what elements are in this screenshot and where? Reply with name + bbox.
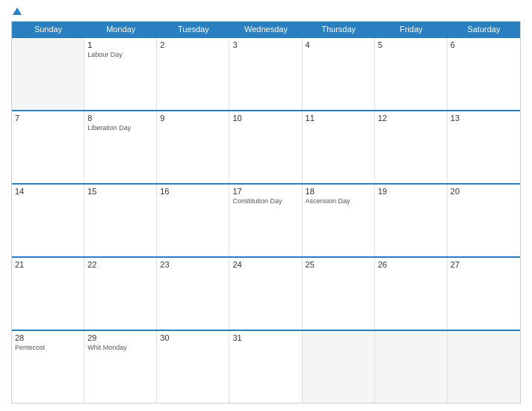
day-cell bbox=[12, 38, 84, 110]
day-number: 19 bbox=[378, 187, 444, 196]
day-header: Thursday bbox=[303, 22, 375, 37]
day-cell: 27 bbox=[448, 258, 520, 330]
week-row: 28Pentecost29Whit Monday3031 bbox=[12, 330, 520, 403]
day-number: 22 bbox=[87, 260, 153, 269]
day-number: 30 bbox=[160, 333, 226, 342]
day-number: 20 bbox=[451, 187, 517, 196]
logo-blue-row bbox=[11, 7, 22, 16]
day-number: 8 bbox=[87, 114, 153, 123]
day-cell: 30 bbox=[157, 331, 229, 403]
day-cell: 11 bbox=[303, 111, 375, 183]
day-header: Monday bbox=[84, 22, 157, 37]
day-event: Liberation Day bbox=[87, 124, 153, 133]
day-cell: 6 bbox=[448, 38, 520, 110]
header bbox=[11, 7, 521, 16]
day-event: Whit Monday bbox=[87, 344, 153, 353]
day-cell: 19 bbox=[375, 185, 448, 256]
day-header: Wednesday bbox=[229, 22, 302, 37]
day-cell: 16 bbox=[157, 185, 229, 256]
week-row: 78Liberation Day910111213 bbox=[12, 110, 520, 183]
day-number: 28 bbox=[15, 333, 81, 342]
day-cell: 2 bbox=[157, 38, 229, 110]
day-number: 15 bbox=[87, 187, 153, 196]
day-header: Friday bbox=[375, 22, 448, 37]
day-cell bbox=[375, 331, 448, 403]
day-cell: 28Pentecost bbox=[12, 331, 84, 403]
day-cell: 10 bbox=[229, 111, 302, 183]
calendar: SundayMondayTuesdayWednesdayThursdayFrid… bbox=[11, 21, 521, 404]
day-number: 25 bbox=[306, 260, 371, 269]
day-cell: 29Whit Monday bbox=[84, 331, 157, 403]
day-number: 7 bbox=[15, 114, 81, 123]
day-number: 14 bbox=[15, 187, 81, 196]
day-cell bbox=[303, 331, 375, 403]
day-cell: 21 bbox=[12, 258, 84, 330]
day-cell: 9 bbox=[157, 111, 229, 183]
day-number: 10 bbox=[232, 114, 298, 123]
day-header: Tuesday bbox=[157, 22, 229, 37]
day-number: 16 bbox=[160, 187, 226, 196]
day-cell: 17Constitution Day bbox=[229, 185, 302, 256]
day-number: 11 bbox=[306, 114, 371, 123]
logo-triangle-icon bbox=[13, 7, 22, 15]
day-cell: 7 bbox=[12, 111, 84, 183]
day-cell: 8Liberation Day bbox=[84, 111, 157, 183]
day-number: 12 bbox=[378, 114, 444, 123]
day-number: 13 bbox=[451, 114, 517, 123]
day-cell: 23 bbox=[157, 258, 229, 330]
day-header: Sunday bbox=[12, 22, 84, 37]
day-event: Ascension Day bbox=[306, 197, 371, 206]
day-cell: 13 bbox=[448, 111, 520, 183]
day-number: 4 bbox=[306, 40, 371, 49]
day-cell: 22 bbox=[84, 258, 157, 330]
week-row: 21222324252627 bbox=[12, 256, 520, 330]
day-number: 1 bbox=[87, 40, 153, 49]
day-cell bbox=[448, 331, 520, 403]
day-number: 18 bbox=[306, 187, 371, 196]
day-cell: 18Ascension Day bbox=[303, 185, 375, 256]
day-cell: 20 bbox=[448, 185, 520, 256]
day-number: 27 bbox=[451, 260, 517, 269]
week-row: 1Labour Day23456 bbox=[12, 37, 520, 110]
day-event: Pentecost bbox=[15, 344, 81, 353]
day-number: 2 bbox=[160, 40, 226, 49]
week-row: 14151617Constitution Day18Ascension Day1… bbox=[12, 183, 520, 256]
day-number: 24 bbox=[232, 260, 298, 269]
page: SundayMondayTuesdayWednesdayThursdayFrid… bbox=[0, 0, 532, 411]
day-cell: 5 bbox=[375, 38, 448, 110]
day-number: 5 bbox=[378, 40, 444, 49]
day-cell: 14 bbox=[12, 185, 84, 256]
day-cell: 31 bbox=[229, 331, 302, 403]
day-cell: 3 bbox=[229, 38, 302, 110]
day-number: 3 bbox=[232, 40, 298, 49]
day-cell: 26 bbox=[375, 258, 448, 330]
day-cell: 12 bbox=[375, 111, 448, 183]
day-number: 17 bbox=[232, 187, 298, 196]
day-number: 29 bbox=[87, 333, 153, 342]
day-number: 23 bbox=[160, 260, 226, 269]
day-number: 26 bbox=[378, 260, 444, 269]
day-event: Labour Day bbox=[87, 51, 153, 60]
day-number: 9 bbox=[160, 114, 226, 123]
day-event: Constitution Day bbox=[232, 197, 298, 206]
logo bbox=[11, 7, 22, 16]
day-headers: SundayMondayTuesdayWednesdayThursdayFrid… bbox=[12, 22, 520, 37]
day-number: 31 bbox=[232, 333, 298, 342]
day-cell: 4 bbox=[303, 38, 375, 110]
day-cell: 25 bbox=[303, 258, 375, 330]
day-number: 21 bbox=[15, 260, 81, 269]
day-cell: 15 bbox=[84, 185, 157, 256]
day-cell: 24 bbox=[229, 258, 302, 330]
day-cell: 1Labour Day bbox=[84, 38, 157, 110]
day-header: Saturday bbox=[448, 22, 520, 37]
weeks: 1Labour Day2345678Liberation Day91011121… bbox=[12, 37, 520, 403]
day-number: 6 bbox=[451, 40, 517, 49]
